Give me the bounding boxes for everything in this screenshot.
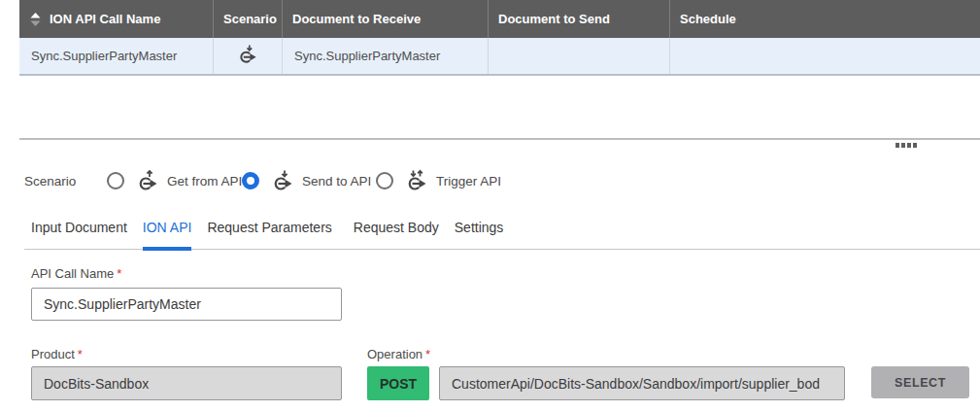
tab-bar: Input Document ION API Request Parameter… (31, 220, 519, 251)
table-header-row: ION API Call Name Scenario Document to R… (19, 0, 980, 38)
cell-api-call-name: Sync.SupplierPartyMaster (19, 38, 214, 74)
required-asterisk: * (425, 347, 430, 361)
operation-path-input (439, 366, 845, 400)
radio-option-trigger-api[interactable]: Trigger API (376, 169, 501, 192)
ion-api-config-panel: ION API Call Name Scenario Document to R… (0, 0, 980, 412)
get-from-api-icon (136, 169, 159, 192)
cell-document-to-send (489, 38, 670, 74)
column-label: ION API Call Name (50, 12, 160, 26)
cell-schedule (670, 38, 980, 74)
radio-selected[interactable] (242, 172, 259, 189)
api-call-name-input[interactable] (31, 288, 342, 321)
radio-unselected[interactable] (376, 172, 393, 189)
table-row[interactable]: Sync.SupplierPartyMaster Sync.SupplierPa… (19, 38, 980, 76)
scenario-group-label: Scenario (24, 174, 76, 189)
tab-request-parameters[interactable]: Request Parameters (207, 220, 331, 251)
radio-unselected[interactable] (107, 172, 124, 189)
api-calls-table: ION API Call Name Scenario Document to R… (19, 0, 980, 76)
radio-label: Get from API (167, 174, 242, 189)
column-label: Document to Receive (292, 12, 421, 26)
api-call-name-label: API Call Name* (31, 266, 121, 281)
column-header-schedule[interactable]: Schedule (670, 0, 980, 38)
column-header-document-to-send[interactable]: Document to Send (489, 0, 670, 38)
tab-input-document[interactable]: Input Document (31, 220, 127, 251)
column-label: Document to Send (498, 12, 610, 26)
tab-settings[interactable]: Settings (455, 220, 504, 251)
product-label: Product* (31, 347, 83, 361)
column-header-document-to-receive[interactable]: Document to Receive (283, 0, 489, 38)
column-label: Schedule (680, 12, 736, 26)
tab-request-body[interactable]: Request Body (354, 220, 439, 251)
radio-option-send-to-api[interactable]: Send to API (242, 169, 371, 192)
product-input (31, 366, 342, 400)
radio-label: Send to API (302, 174, 371, 189)
four-dots-drag-handle-icon[interactable] (896, 143, 917, 148)
cell-scenario (214, 38, 283, 74)
tab-ion-api[interactable]: ION API (143, 220, 192, 251)
column-header-scenario[interactable]: Scenario (214, 0, 283, 38)
cell-document-to-receive: Sync.SupplierPartyMaster (283, 38, 489, 74)
send-to-api-icon (271, 169, 294, 192)
panel-splitter (19, 138, 980, 140)
radio-label: Trigger API (436, 174, 501, 189)
send-to-api-icon (237, 44, 258, 68)
sort-arrows-icon[interactable] (29, 12, 42, 27)
required-asterisk: * (78, 347, 83, 361)
required-asterisk: * (117, 266, 121, 281)
trigger-api-icon (405, 169, 428, 192)
radio-option-get-from-api[interactable]: Get from API (107, 169, 242, 192)
column-label: Scenario (223, 12, 277, 26)
http-method-badge: POST (367, 366, 429, 400)
operation-label: Operation* (367, 347, 430, 361)
column-header-ion-api-call-name[interactable]: ION API Call Name (19, 0, 214, 38)
select-operation-button[interactable]: SELECT (871, 366, 969, 398)
